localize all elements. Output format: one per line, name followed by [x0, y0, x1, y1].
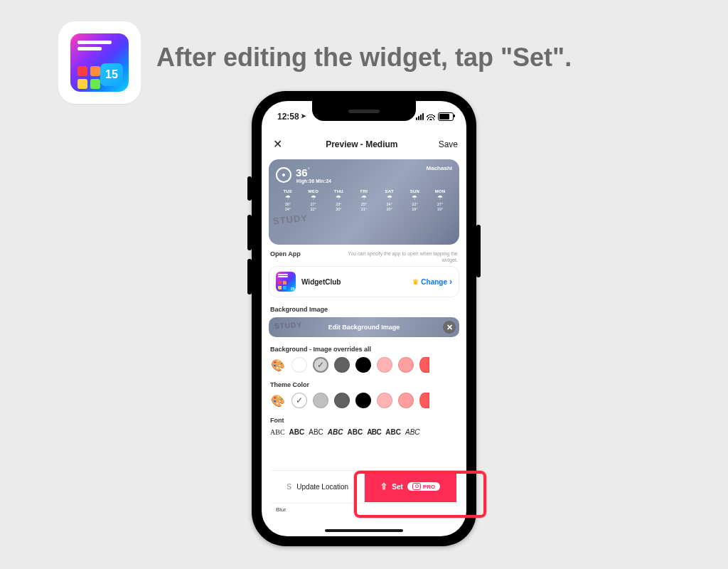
location-arrow-icon: ➤ [301, 112, 306, 119]
open-app-card[interactable]: 15 WidgetClub ♛ Change › [269, 266, 459, 297]
signal-icon [416, 113, 424, 120]
font-option[interactable]: ABC [347, 428, 363, 436]
instruction-text: After editing the widget, tap "Set". [156, 43, 572, 73]
font-option[interactable]: ABC [309, 428, 323, 436]
theme-color-label: Theme Color [269, 380, 459, 393]
app-icon: 15 [276, 272, 296, 292]
font-option[interactable]: ABC [405, 428, 420, 436]
color-swatch[interactable] [419, 393, 429, 408]
blur-label: Blur [276, 506, 286, 513]
edit-background-image-button[interactable]: STUDY Edit Background Image ✕ [269, 317, 459, 337]
preview-location: Machashi [427, 165, 452, 171]
color-swatch[interactable] [355, 393, 371, 408]
font-option[interactable]: ABC [289, 428, 305, 436]
umbrella-icon: ☂ [301, 194, 326, 201]
color-swatch[interactable] [419, 357, 429, 373]
clear-bg-image-button[interactable]: ✕ [443, 321, 456, 334]
palette-icon[interactable]: 🎨 [270, 357, 286, 373]
color-swatch[interactable] [398, 357, 414, 373]
widget-preview: Machashi STUDY 36° High:36 Min:24 TUE☂36… [269, 159, 459, 245]
umbrella-icon: ☂ [378, 194, 402, 201]
color-swatch[interactable] [291, 357, 307, 373]
umbrella-icon: ☂ [276, 194, 300, 201]
phone-speaker [348, 110, 380, 113]
app-icon: 15 [58, 21, 141, 104]
nav-bar: ✕ Preview - Medium Save [262, 132, 466, 156]
open-app-hint: You can specify the app to open when tap… [337, 250, 458, 263]
color-swatch[interactable] [398, 393, 414, 408]
background-color-swatches: 🎨 ✓ [269, 357, 459, 380]
update-location-button[interactable]: S Update Location [272, 471, 365, 502]
font-option[interactable]: ABC [367, 428, 381, 436]
color-swatch[interactable] [313, 393, 328, 408]
font-option[interactable]: ABC [328, 428, 343, 436]
open-app-label: Open App [270, 250, 301, 257]
home-indicator[interactable] [325, 529, 403, 532]
app-icon-number: 15 [100, 63, 123, 86]
umbrella-icon: ☂ [352, 194, 376, 201]
color-swatch[interactable] [377, 393, 392, 408]
battery-icon [438, 112, 454, 121]
forecast-row: TUE☂36°24° WED☂27°22° THU☂23°20° FRI☂25°… [276, 189, 452, 211]
background-color-label: Background - Image overrides all [269, 344, 459, 357]
color-swatch[interactable] [334, 357, 350, 373]
palette-icon[interactable]: 🎨 [270, 393, 286, 408]
wifi-icon [427, 113, 435, 120]
crown-icon: ♛ [412, 278, 419, 286]
change-button[interactable]: ♛ Change › [412, 277, 452, 287]
preview-bg-overlay-text: STUDY [272, 212, 308, 226]
color-swatch-selected[interactable]: ✓ [313, 357, 328, 373]
status-time: 12:58 [277, 112, 299, 122]
color-swatch[interactable] [334, 393, 350, 408]
instruction-highlight [354, 471, 486, 518]
page-title: Preview - Medium [326, 139, 397, 149]
font-option[interactable]: ABC [270, 428, 285, 436]
font-option[interactable]: ABC [385, 428, 401, 436]
sun-icon [276, 167, 291, 183]
close-button[interactable]: ✕ [270, 136, 285, 153]
umbrella-icon: ☂ [428, 194, 452, 201]
color-swatch[interactable] [377, 357, 392, 373]
font-label: Font [269, 415, 459, 428]
preview-hilo: High:36 Min:24 [296, 179, 331, 184]
phone-side-button [476, 225, 481, 277]
background-image-label: Background Image [269, 304, 459, 317]
umbrella-icon: ☂ [403, 194, 427, 201]
save-button[interactable]: Save [439, 139, 458, 149]
theme-color-swatches: 🎨 ✓ [269, 393, 459, 415]
open-app-name: WidgetClub [301, 278, 341, 286]
color-swatch-selected[interactable]: ✓ [291, 393, 307, 408]
font-options: ABC ABC ABC ABC ABC ABC ABC ABC [269, 428, 459, 440]
color-swatch[interactable] [355, 357, 371, 373]
chevron-right-icon: › [449, 277, 452, 287]
umbrella-icon: ☂ [326, 194, 350, 201]
